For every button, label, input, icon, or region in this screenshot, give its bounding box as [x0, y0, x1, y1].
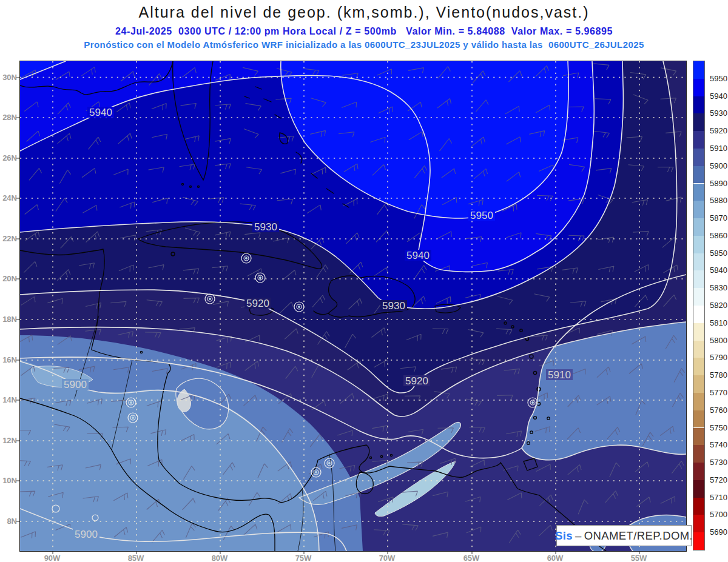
colorbar-segment [693, 306, 704, 324]
colorbar-value: 5870 [710, 213, 728, 222]
colorbar-value: 5900 [710, 161, 728, 170]
colorbar-segment [693, 184, 704, 202]
colorbar-segment [693, 463, 704, 481]
lat-label: 14N [0, 395, 17, 404]
colorbar-segment [693, 480, 704, 499]
colorbar-segment [693, 532, 704, 550]
contour-label: 5910 [548, 369, 571, 381]
geopotential-height-map: 5940593059505940592059305900592059105900 [20, 61, 686, 551]
colorbar-segment [693, 253, 704, 272]
colorbar-segment [693, 236, 704, 255]
contour-label: 5940 [406, 250, 430, 261]
credit-prefix: Sis [555, 529, 573, 543]
colorbar-segment [693, 79, 704, 98]
colorbar-value: 5790 [710, 353, 728, 362]
colorbar-value: 5880 [710, 196, 728, 205]
colorbar-segment [693, 288, 704, 307]
lat-label: 22N [0, 234, 17, 243]
lat-label: 28N [0, 113, 17, 122]
colorbar-value: 5940 [710, 92, 728, 101]
colorbar-segment [693, 498, 704, 517]
colorbar-value: 5710 [710, 493, 728, 502]
colorbar-value: 5740 [710, 440, 728, 449]
colorbar-value: 5700 [710, 510, 728, 519]
lon-label: 90W [39, 554, 66, 562]
colorbar-value: 5840 [710, 266, 728, 275]
colorbar-value: 5750 [710, 423, 728, 432]
lat-label: 12N [0, 436, 17, 445]
colorbar-value: 5850 [710, 249, 728, 258]
colorbar-segment [693, 445, 704, 464]
contour-label: 5930 [382, 300, 405, 312]
contour-label: 5900 [64, 379, 87, 390]
weather-map-page: Altura del nivel de geop. (km,somb.), Vi… [0, 0, 728, 562]
colorbar-value: 5930 [710, 109, 728, 118]
contour-label: 5930 [254, 221, 277, 233]
colorbar-value: 5730 [710, 458, 728, 467]
colorbar-segment [693, 515, 704, 534]
colorbar-value: 5810 [710, 318, 728, 327]
contour-label: 5940 [89, 107, 112, 118]
page-title: Altura del nivel de geop. (km,somb.), Vi… [0, 4, 728, 21]
colorbar-value: 5920 [710, 126, 728, 135]
lat-label: 30N [0, 73, 17, 82]
colorbar-value: 5910 [710, 144, 728, 153]
colorbar-segment [693, 113, 704, 132]
contour-label: 5950 [470, 210, 493, 221]
map-plot-area: 5940593059505940592059305900592059105900 [19, 61, 687, 552]
colorbar-value: 5770 [710, 388, 728, 397]
colorbar-value: 5820 [710, 301, 728, 310]
colorbar-segment [693, 323, 704, 342]
lon-label: 60W [542, 554, 568, 562]
lat-label: 10N [0, 476, 17, 485]
credit-separator: – [575, 529, 582, 543]
colorbar-value: 5860 [710, 231, 728, 240]
height-colorbar [693, 61, 705, 550]
colorbar-segment [693, 270, 704, 289]
lat-label: 8N [0, 517, 17, 526]
colorbar-segment [693, 341, 704, 360]
colorbar-segment [693, 410, 704, 429]
colorbar-segment [693, 201, 704, 219]
colorbar-value: 5950 [710, 74, 728, 83]
colorbar-segment [693, 375, 704, 394]
colorbar-value: 5720 [710, 475, 728, 484]
credit-org: ONAMET/REP.DOM. [584, 529, 693, 543]
colorbar-value: 5780 [710, 370, 728, 380]
colorbar-value: 5690 [710, 527, 728, 537]
colorbar-segment [693, 428, 704, 447]
colorbar-segment [693, 166, 704, 185]
colorbar-segment [693, 393, 704, 412]
lon-label: 80W [206, 554, 233, 562]
colorbar-value: 5760 [710, 406, 728, 415]
colorbar-segment [693, 218, 704, 237]
colorbar-segment [693, 61, 704, 80]
lon-label: 65W [458, 554, 485, 562]
contour-label: 5920 [405, 375, 428, 387]
lat-label: 18N [0, 315, 17, 324]
model-info-line: Pronóstico con el Modelo Atmósferico WRF… [0, 39, 728, 50]
lon-label: 55W [625, 554, 652, 562]
colorbar-segment [693, 131, 704, 150]
lat-label: 26N [0, 153, 17, 162]
colorbar-segment [693, 149, 704, 167]
credit-box: Sis – ONAMET/REP.DOM. [556, 525, 692, 546]
lat-label: 24N [0, 193, 17, 202]
lat-label: 20N [0, 274, 17, 283]
contour-label: 5920 [246, 298, 269, 309]
lon-label: 75W [290, 554, 317, 562]
colorbar-value: 5830 [710, 283, 728, 292]
colorbar-segment [693, 96, 704, 115]
lat-label: 16N [0, 355, 17, 364]
colorbar-value: 5890 [710, 179, 728, 188]
colorbar-value: 5800 [710, 336, 728, 345]
valid-time-line: 24-Jul-2025 0300 UTC / 12:00 pm Hora Loc… [0, 26, 728, 37]
contour-label: 5900 [75, 529, 98, 540]
colorbar-segment [693, 358, 704, 376]
lon-label: 85W [123, 554, 149, 562]
lon-label: 70W [374, 554, 400, 562]
